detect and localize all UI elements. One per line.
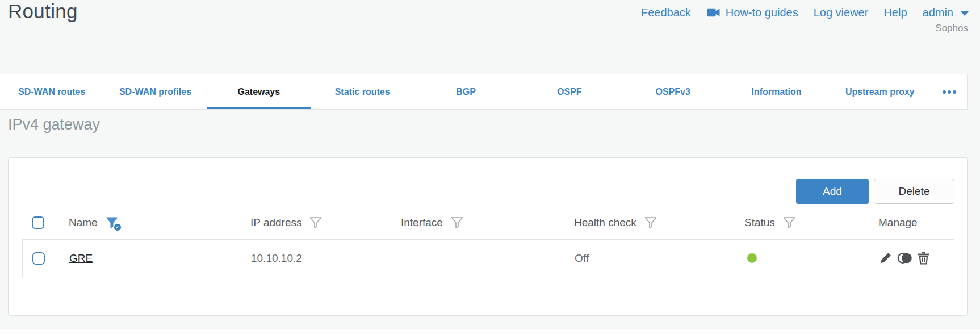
tab-gateways[interactable]: Gateways [207, 74, 311, 109]
tab-bgp[interactable]: BGP [414, 74, 517, 109]
howto-guides-label: How-to guides [726, 6, 798, 19]
routing-page: Routing Feedback How-to guides Log viewe… [0, 0, 980, 334]
caret-down-icon [961, 11, 969, 16]
clone-icon[interactable] [897, 252, 912, 265]
brand-label: Sophos [935, 23, 968, 34]
ip-address-value: 10.10.10.2 [251, 252, 302, 265]
feedback-link[interactable]: Feedback [641, 6, 691, 19]
ellipsis-icon [943, 90, 956, 94]
column-header-ip-address[interactable]: IP address [250, 216, 301, 229]
filter-icon[interactable] [450, 216, 465, 230]
column-header-manage: Manage [878, 216, 918, 229]
section-title: IPv4 gateway [8, 116, 100, 133]
next-section-edge [0, 329, 980, 334]
more-tabs-button[interactable] [932, 74, 967, 109]
tab-bar: SD-WAN routes SD-WAN profiles Gateways S… [0, 74, 968, 110]
ipv4-gateway-card: Add Delete Name ✓ IP address Inte [8, 157, 968, 316]
toolbar: Add Delete [796, 179, 954, 204]
filter-applied-icon[interactable]: ✓ [105, 216, 120, 230]
gateway-name-link[interactable]: GRE [69, 252, 93, 265]
tab-ospfv3[interactable]: OSPFv3 [621, 74, 724, 109]
add-button[interactable]: Add [796, 179, 869, 204]
page-title: Routing [8, 0, 78, 23]
table-header: Name ✓ IP address Interface Health ch [22, 212, 954, 233]
admin-menu[interactable]: admin [923, 6, 969, 19]
filter-icon[interactable] [309, 216, 324, 230]
filter-icon[interactable] [644, 216, 659, 230]
help-link[interactable]: Help [883, 6, 907, 19]
log-viewer-link[interactable]: Log viewer [814, 6, 869, 19]
column-header-interface[interactable]: Interface [401, 216, 443, 229]
video-camera-icon [706, 8, 721, 18]
column-header-name[interactable]: Name [69, 216, 98, 229]
tab-information[interactable]: Information [724, 74, 828, 109]
column-header-health-check[interactable]: Health check [574, 216, 636, 229]
filter-check-badge: ✓ [114, 223, 122, 231]
tab-ospf[interactable]: OSPF [518, 74, 621, 109]
row-checkbox[interactable] [32, 252, 45, 265]
table-row: GRE 10.10.10.2 Off [22, 239, 954, 277]
delete-button[interactable]: Delete [874, 179, 954, 204]
howto-guides-link[interactable]: How-to guides [706, 6, 798, 19]
status-up-indicator [747, 253, 757, 263]
tab-sd-wan-routes[interactable]: SD-WAN routes [0, 74, 103, 109]
delete-row-icon[interactable] [918, 252, 929, 265]
select-all-checkbox[interactable] [32, 216, 44, 229]
edit-icon[interactable] [879, 252, 892, 265]
top-nav: Feedback How-to guides Log viewer Help a… [641, 6, 969, 19]
tab-sd-wan-profiles[interactable]: SD-WAN profiles [103, 74, 207, 109]
tab-upstream-proxy[interactable]: Upstream proxy [828, 74, 932, 109]
tab-static-routes[interactable]: Static routes [311, 74, 414, 109]
admin-label: admin [923, 6, 953, 19]
column-header-status[interactable]: Status [744, 216, 775, 229]
health-check-value: Off [575, 252, 589, 265]
filter-icon[interactable] [782, 216, 797, 230]
